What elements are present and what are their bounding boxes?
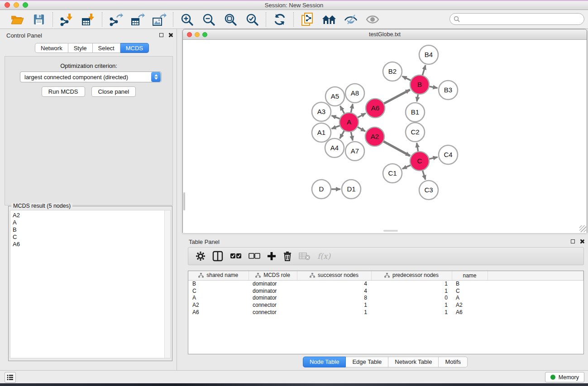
graph-edge-B-B4[interactable] (422, 65, 425, 76)
table-cell[interactable]: 1 (297, 309, 371, 316)
graph-edge-A-A8[interactable] (351, 104, 353, 113)
mcds-result-item[interactable]: A2 (13, 212, 170, 219)
table-row[interactable]: Bdominator41B (188, 280, 583, 287)
graph-node-A5[interactable]: A5 (325, 87, 344, 106)
close-panel-icon[interactable] (168, 33, 173, 38)
graph-edge-A-A5[interactable] (340, 106, 344, 114)
graph-node-C4[interactable]: C4 (439, 145, 458, 164)
network-canvas[interactable]: AA1A2A3A4A5A6A7A8BB1B2B3B4CC1C2C3C4DD1 (183, 40, 587, 233)
import-table-icon[interactable] (80, 12, 96, 27)
graph-edge-B-B3[interactable] (429, 86, 438, 88)
tab-select[interactable]: Select (93, 43, 120, 53)
graph-node-A4[interactable]: A4 (325, 138, 344, 157)
graph-edge-C-C2[interactable] (417, 143, 418, 152)
graph-node-D1[interactable]: D1 (342, 180, 361, 199)
graph-node-B2[interactable]: B2 (383, 62, 402, 81)
zoom-out-icon[interactable] (201, 12, 217, 27)
float-panel-icon[interactable] (159, 33, 163, 37)
close-panel-icon[interactable] (579, 239, 584, 244)
graph-edge-B-B2[interactable] (402, 76, 411, 80)
table-cell[interactable]: connector (249, 301, 297, 309)
column-header[interactable]: predecessor nodes (371, 271, 452, 280)
graph-edge-A-A1[interactable] (331, 125, 340, 129)
graph-node-A3[interactable]: A3 (312, 102, 331, 121)
table-cell[interactable]: C (188, 287, 249, 295)
export-table-icon[interactable] (129, 12, 146, 27)
close-panel-button[interactable]: Close panel (91, 86, 136, 97)
tab-network-table[interactable]: Network Table (388, 357, 439, 367)
delete-table-icon[interactable] (299, 252, 311, 261)
mcds-result-item[interactable]: C (13, 234, 170, 241)
table-cell[interactable]: 1 (371, 309, 452, 316)
table-cell[interactable]: 4 (297, 280, 371, 287)
table-cell[interactable]: dominator (249, 295, 297, 302)
table-cell[interactable]: A6 (452, 309, 488, 316)
graph-node-A[interactable]: A (339, 113, 359, 132)
select-all-columns-icon[interactable] (230, 253, 242, 260)
table-cell[interactable]: 0 (371, 295, 452, 302)
graph-edge-C-C4[interactable] (429, 157, 437, 159)
table-cell[interactable]: A6 (188, 309, 249, 316)
table-cell[interactable]: A2 (188, 301, 249, 309)
zoom-selected-icon[interactable] (244, 12, 260, 27)
function-builder-icon[interactable]: f(x) (317, 252, 330, 261)
column-header[interactable]: name (452, 271, 488, 280)
graph-node-C2[interactable]: C2 (406, 123, 425, 142)
task-history-button[interactable] (5, 372, 16, 383)
table-cell[interactable]: A (452, 295, 488, 302)
table-cell[interactable]: 4 (297, 287, 371, 295)
birds-eye-view-icon[interactable] (364, 12, 381, 27)
tab-node-table[interactable]: Node Table (303, 357, 346, 367)
table-cell[interactable]: C (452, 287, 488, 295)
criterion-select[interactable]: largest connected component (directed) (20, 71, 162, 82)
graph-node-B3[interactable]: B3 (439, 81, 458, 100)
table-cell[interactable]: 8 (297, 295, 371, 302)
graph-node-D[interactable]: D (312, 180, 331, 199)
mcds-result-item[interactable]: A6 (13, 241, 170, 248)
tab-network[interactable]: Network (35, 43, 68, 53)
graph-node-A2[interactable]: A2 (365, 127, 384, 146)
graph-node-A6[interactable]: A6 (366, 99, 385, 118)
graph-node-A7[interactable]: A7 (345, 142, 364, 161)
graph-edge-A2-C[interactable] (383, 141, 410, 156)
network-snapshot-icon[interactable] (299, 12, 316, 27)
export-network-icon[interactable] (108, 12, 124, 27)
table-cell[interactable]: B (452, 280, 488, 287)
graph-edge-A-A7[interactable] (351, 132, 353, 141)
show-column-browser-icon[interactable] (212, 251, 223, 262)
window-resize-grip[interactable] (579, 225, 586, 232)
graph-node-B4[interactable]: B4 (419, 45, 438, 64)
import-network-icon[interactable] (58, 12, 75, 27)
toggle-graphics-details-icon[interactable] (343, 12, 359, 27)
table-cell[interactable]: dominator (249, 280, 297, 287)
network-window-titlebar[interactable]: testGlobe.txt (183, 29, 587, 40)
result-list-scrollbar[interactable] (164, 210, 170, 358)
table-cell[interactable]: 1 (371, 301, 452, 309)
network-vertical-scrollbar[interactable] (183, 192, 185, 210)
float-panel-icon[interactable] (571, 239, 575, 243)
run-mcds-button[interactable]: Run MCDS (42, 86, 85, 97)
unselect-all-columns-icon[interactable] (249, 253, 260, 260)
graph-node-A1[interactable]: A1 (312, 123, 331, 142)
graph-edge-B-B1[interactable] (417, 94, 418, 102)
node-table[interactable]: shared nameMCDS rolesuccessor nodesprede… (188, 271, 584, 354)
table-cell[interactable]: 1 (297, 301, 371, 309)
mcds-result-item[interactable]: A (13, 219, 170, 226)
show-all-networks-icon[interactable] (321, 12, 337, 27)
memory-button[interactable]: Memory (545, 372, 584, 382)
mcds-result-list[interactable]: A2ABCA6 (10, 210, 171, 358)
table-row[interactable]: Cdominator41C (188, 287, 583, 295)
table-cell[interactable]: connector (249, 309, 297, 316)
graph-node-C1[interactable]: C1 (383, 164, 402, 183)
search-field[interactable] (449, 13, 584, 25)
graph-node-A8[interactable]: A8 (345, 84, 364, 103)
table-cell[interactable]: A2 (452, 301, 488, 309)
graph-edge-A-A2[interactable] (357, 127, 365, 131)
tab-mcds[interactable]: MCDS (120, 43, 149, 53)
apply-layout-icon[interactable] (272, 12, 288, 27)
table-cell[interactable]: 1 (371, 280, 452, 287)
table-options-gear-icon[interactable] (196, 251, 206, 261)
graph-node-B1[interactable]: B1 (406, 103, 425, 122)
save-session-icon[interactable] (31, 12, 47, 27)
mcds-result-item[interactable]: B (13, 226, 170, 234)
